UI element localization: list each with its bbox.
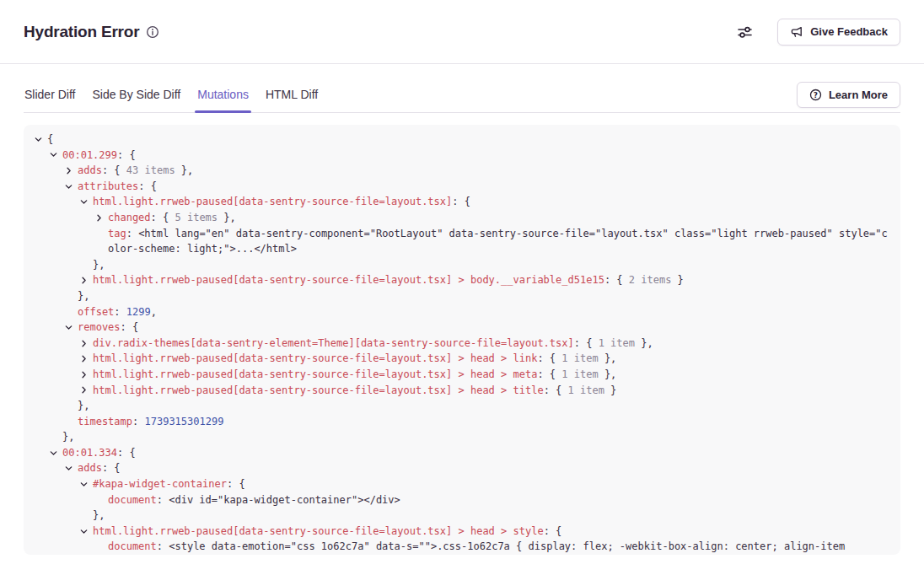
tree-punct: : <box>114 306 126 318</box>
tree-punct: }, <box>599 368 617 380</box>
page-header: Hydration Error Give Feedback <box>0 0 924 64</box>
svg-text:?: ? <box>814 91 818 99</box>
tree-key: #kapa-widget-container <box>93 478 227 490</box>
tree-row: div.radix-themes[data-sentry-element=The… <box>34 336 889 352</box>
tree-key: offset <box>78 306 114 318</box>
tab-side-by-side-diff[interactable]: Side By Side Diff <box>91 81 181 112</box>
tree-key: html.light.rrweb-paused[data-sentry-sour… <box>93 525 544 537</box>
tree-punct: : { <box>138 180 157 192</box>
tree-count-muted: 1 item <box>561 352 598 364</box>
question-circle-icon: ? <box>809 89 822 101</box>
tree-row-text: div.radix-themes[data-sentry-element=The… <box>93 336 889 352</box>
tree-key: html.light.rrweb-paused[data-sentry-sour… <box>93 352 537 364</box>
tab-html-diff[interactable]: HTML Diff <box>265 81 319 112</box>
tree-row-text: timestamp: 1739315301299 <box>78 414 889 430</box>
tree-row-text: }, <box>78 288 889 304</box>
tree-row-text: }, <box>78 398 889 414</box>
header-actions: Give Feedback <box>734 19 900 46</box>
tree-count-muted: 43 items <box>126 164 175 176</box>
tree-punct: }, <box>62 431 74 443</box>
chevron-down-icon[interactable] <box>79 194 93 210</box>
tree-row-text: html.light.rrweb-paused[data-sentry-sour… <box>93 383 889 399</box>
page-title: Hydration Error <box>24 23 139 41</box>
info-circle-icon[interactable] <box>146 25 159 39</box>
tree-punct: { <box>47 133 53 145</box>
learn-more-label: Learn More <box>829 89 888 101</box>
give-feedback-button[interactable]: Give Feedback <box>777 19 900 46</box>
tree-row-text: html.light.rrweb-paused[data-sentry-sour… <box>93 367 889 383</box>
chevron-down-icon[interactable] <box>49 445 62 461</box>
tree-punct: }, <box>599 352 617 364</box>
chevron-right-icon[interactable] <box>79 336 93 352</box>
indent-spacer <box>64 414 78 430</box>
tree-value: <style data-emotion="css 1o62c7a" data-s… <box>169 540 845 552</box>
tree-count-muted: 1 item <box>561 368 598 380</box>
tree-count-muted: 5 items <box>175 212 218 223</box>
indent-spacer <box>79 257 93 273</box>
tree-key: document <box>108 494 157 506</box>
chevron-down-icon[interactable] <box>64 460 78 476</box>
tree-count-muted: 1 item <box>568 384 604 396</box>
indent-spacer <box>94 226 108 242</box>
tree-row: html.light.rrweb-paused[data-sentry-sour… <box>34 367 889 383</box>
tree-key: html.light.rrweb-paused[data-sentry-sour… <box>93 274 604 286</box>
chevron-right-icon[interactable] <box>79 367 93 383</box>
tree-row: document: <div id="kapa-widget-container… <box>34 492 889 508</box>
megaphone-icon <box>790 25 803 39</box>
chevron-right-icon[interactable] <box>79 383 93 399</box>
tree-row: offset: 1299, <box>34 304 889 320</box>
chevron-right-icon[interactable] <box>94 210 108 226</box>
mutations-tree: {00:01.299: {adds: { 43 items },attribut… <box>34 132 889 555</box>
tree-punct: : { <box>117 149 136 161</box>
tree-row: html.light.rrweb-paused[data-sentry-sour… <box>34 383 889 399</box>
tree-row: html.light.rrweb-paused[data-sentry-sour… <box>34 272 889 288</box>
tree-punct: : <box>126 228 138 239</box>
chevron-right-icon[interactable] <box>79 351 93 367</box>
tree-row: }, <box>34 257 889 273</box>
sliders-icon[interactable] <box>734 22 755 42</box>
tree-row: attributes: { <box>34 179 889 195</box>
tree-row: }, <box>34 429 889 445</box>
chevron-down-icon[interactable] <box>79 524 93 540</box>
tree-row: }, <box>34 288 889 304</box>
tree-punct: }, <box>635 337 653 349</box>
tree-row-text: attributes: { <box>78 179 889 195</box>
chevron-down-icon[interactable] <box>64 320 78 336</box>
tree-count-muted: 1 item <box>599 337 635 349</box>
indent-spacer <box>94 539 108 555</box>
tree-row: changed: { 5 items }, <box>34 210 889 226</box>
tree-row-text: html.light.rrweb-paused[data-sentry-sour… <box>93 272 889 288</box>
chevron-down-icon[interactable] <box>34 132 47 148</box>
tree-punct: : { <box>102 462 121 474</box>
tree-punct: } <box>604 384 616 396</box>
chevron-down-icon[interactable] <box>64 179 78 195</box>
tree-key: tag <box>108 228 126 239</box>
chevron-right-icon[interactable] <box>79 272 93 288</box>
tree-key: changed <box>108 212 151 223</box>
tree-punct: , <box>151 306 157 318</box>
tree-row-text: adds: { <box>78 460 889 476</box>
tree-punct: }, <box>93 509 105 521</box>
tree-row: html.light.rrweb-paused[data-sentry-sour… <box>34 194 889 210</box>
give-feedback-label: Give Feedback <box>810 25 888 38</box>
tree-punct: : <box>157 540 169 552</box>
tree-row: }, <box>34 508 889 524</box>
tree-punct: }, <box>78 290 89 302</box>
tree-row: adds: { <box>34 460 889 476</box>
tree-punct: : { <box>544 384 568 396</box>
chevron-down-icon[interactable] <box>49 148 62 164</box>
tab-mutations[interactable]: Mutations <box>196 81 250 112</box>
tab-slider-diff[interactable]: Slider Diff <box>24 81 76 112</box>
mutations-panel[interactable]: {00:01.299: {adds: { 43 items },attribut… <box>24 125 900 555</box>
tree-row-text: }, <box>93 508 889 524</box>
tree-row-text: }, <box>93 257 889 273</box>
indent-spacer <box>64 398 78 414</box>
chevron-right-icon[interactable] <box>64 163 78 179</box>
learn-more-button[interactable]: ? Learn More <box>797 82 900 108</box>
tree-number: 1739315301299 <box>144 416 223 427</box>
tree-row-text: tag: <html lang="en" data-sentry-compone… <box>108 226 889 257</box>
tree-key: removes <box>78 321 121 333</box>
tree-key: div.radix-themes[data-sentry-element=The… <box>93 337 574 349</box>
tree-row: #kapa-widget-container: { <box>34 476 889 492</box>
chevron-down-icon[interactable] <box>79 476 93 492</box>
